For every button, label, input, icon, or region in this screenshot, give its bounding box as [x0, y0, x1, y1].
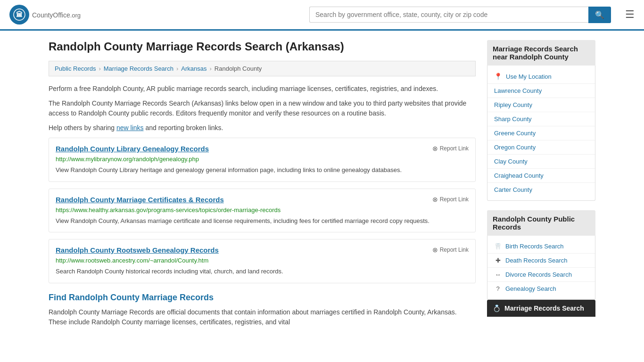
- menu-button[interactable]: ☰: [625, 8, 635, 21]
- nearby-county-6[interactable]: Craighead County: [487, 169, 595, 183]
- nearby-county-5[interactable]: Clay County: [487, 155, 595, 169]
- public-records-content: 🦷 Birth Records Search ✚ Death Records S…: [487, 236, 595, 300]
- nearby-header: Marriage Records Search near Randolph Co…: [487, 40, 595, 66]
- marriage-records-bottom-header[interactable]: 💍 Marriage Records Search: [487, 300, 595, 317]
- divorce-icon: ↔: [494, 271, 502, 278]
- nearby-county-link-2[interactable]: Sharp County: [494, 115, 532, 123]
- description-2: The Randolph County Marriage Records Sea…: [49, 99, 476, 118]
- record-header-1: Randolph County Marriage Certificates & …: [56, 196, 469, 204]
- use-my-location-item[interactable]: 📍 Use My Location: [487, 69, 595, 84]
- record-entry-0: Randolph County Library Genealogy Record…: [49, 138, 476, 182]
- nearby-county-link-7[interactable]: Carter County: [494, 186, 532, 193]
- svg-text:🏛: 🏛: [16, 10, 23, 18]
- public-record-label-0[interactable]: Birth Records Search: [505, 243, 564, 250]
- breadcrumb-marriage-records[interactable]: Marriage Records Search: [104, 65, 173, 72]
- nearby-county-7[interactable]: Carter County: [487, 183, 595, 197]
- breadcrumb-public-records[interactable]: Public Records: [55, 65, 96, 72]
- record-title-1[interactable]: Randolph County Marriage Certificates & …: [56, 196, 224, 204]
- record-entry-2: Randolph County Rootsweb Genealogy Recor…: [49, 239, 476, 283]
- record-desc-2: Search Randolph County historical record…: [56, 267, 469, 276]
- record-url-2[interactable]: http://www.rootsweb.ancestry.com/~arrand…: [56, 257, 469, 264]
- breadcrumb-current: Randolph County: [215, 65, 262, 72]
- nearby-county-4[interactable]: Oregon County: [487, 140, 595, 155]
- report-link-2[interactable]: ⊗ Report Link: [432, 246, 469, 254]
- report-label-0: Report Link: [440, 145, 469, 152]
- main-content: Randolph County Marriage Records Search …: [39, 31, 605, 341]
- logo-icon: 🏛: [9, 5, 29, 25]
- public-record-3[interactable]: ? Genealogy Search: [487, 282, 595, 296]
- record-title-2[interactable]: Randolph County Rootsweb Genealogy Recor…: [56, 246, 219, 254]
- birth-icon: 🦷: [494, 243, 502, 250]
- report-icon-0: ⊗: [432, 145, 438, 152]
- nearby-counties-box: Marriage Records Search near Randolph Co…: [487, 40, 595, 201]
- location-icon: 📍: [494, 73, 502, 80]
- public-record-2[interactable]: ↔ Divorce Records Search: [487, 268, 595, 282]
- search-area: 🔍: [309, 7, 611, 23]
- logo-suffix: .org: [70, 12, 81, 19]
- nearby-content: 📍 Use My Location Lawrence County Ripley…: [487, 66, 595, 201]
- nearby-county-0[interactable]: Lawrence County: [487, 84, 595, 98]
- search-icon: 🔍: [595, 11, 604, 19]
- public-records-header: Randolph County Public Records: [487, 210, 595, 236]
- report-link-1[interactable]: ⊗ Report Link: [432, 196, 469, 203]
- breadcrumb-sep-2: ›: [176, 65, 178, 72]
- nearby-county-link-5[interactable]: Clay County: [494, 158, 528, 165]
- record-url-1[interactable]: https://www.healthy.arkansas.gov/program…: [56, 206, 469, 214]
- search-input[interactable]: [309, 7, 588, 23]
- marriage-records-label: Marriage Records Search: [504, 304, 584, 312]
- death-icon: ✚: [494, 257, 502, 264]
- logo-text: CountyOffice.org: [32, 10, 81, 20]
- public-record-1[interactable]: ✚ Death Records Search: [487, 254, 595, 268]
- record-entry-1: Randolph County Marriage Certificates & …: [49, 189, 476, 233]
- description-3: Help others by sharing new links and rep…: [49, 123, 476, 133]
- record-desc-1: View Randolph County, Arkansas marriage …: [56, 216, 469, 226]
- breadcrumb: Public Records › Marriage Records Search…: [49, 61, 476, 76]
- nearby-county-link-3[interactable]: Greene County: [494, 130, 536, 137]
- use-my-location-link[interactable]: Use My Location: [506, 73, 552, 80]
- header: 🏛 CountyOffice.org 🔍 ☰: [0, 0, 644, 31]
- search-button[interactable]: 🔍: [588, 7, 611, 23]
- breadcrumb-sep-1: ›: [99, 65, 100, 72]
- record-title-0[interactable]: Randolph County Library Genealogy Record…: [56, 145, 209, 153]
- logo-name: CountyOffice: [32, 11, 70, 19]
- nearby-county-link-1[interactable]: Ripley County: [494, 101, 532, 108]
- public-record-label-1[interactable]: Death Records Search: [505, 257, 568, 264]
- public-record-0[interactable]: 🦷 Birth Records Search: [487, 239, 595, 254]
- public-record-label-3[interactable]: Genealogy Search: [505, 285, 556, 292]
- right-panel: Marriage Records Search near Randolph Co…: [487, 40, 595, 332]
- report-icon-2: ⊗: [432, 246, 438, 254]
- genealogy-icon: ?: [494, 285, 502, 292]
- nearby-county-3[interactable]: Greene County: [487, 126, 595, 140]
- hamburger-icon: ☰: [625, 8, 635, 20]
- breadcrumb-arkansas[interactable]: Arkansas: [181, 65, 206, 72]
- report-label-1: Report Link: [440, 196, 469, 203]
- description-1: Perform a free Randolph County, AR publi…: [49, 84, 476, 94]
- record-desc-0: View Randolph County Library heritage an…: [56, 165, 469, 175]
- nearby-county-2[interactable]: Sharp County: [487, 112, 595, 126]
- record-url-0[interactable]: http://www.mylibrarynow.org/randolph/gen…: [56, 156, 469, 163]
- nearby-county-link-0[interactable]: Lawrence County: [494, 87, 542, 94]
- report-icon-1: ⊗: [432, 196, 438, 203]
- report-label-2: Report Link: [440, 247, 469, 253]
- page-title: Randolph County Marriage Records Search …: [49, 40, 476, 53]
- breadcrumb-sep-3: ›: [209, 65, 211, 72]
- nearby-county-link-4[interactable]: Oregon County: [494, 144, 536, 151]
- public-records-box: Randolph County Public Records 🦷 Birth R…: [487, 210, 595, 317]
- records-list: Randolph County Library Genealogy Record…: [49, 138, 476, 283]
- nearby-county-link-6[interactable]: Craighead County: [494, 172, 544, 179]
- desc3-suffix: and reporting broken links.: [144, 124, 223, 132]
- desc3-prefix: Help others by sharing: [49, 124, 116, 132]
- left-panel: Randolph County Marriage Records Search …: [49, 40, 476, 332]
- find-section-title: Find Randolph County Marriage Records: [49, 293, 476, 303]
- record-header-2: Randolph County Rootsweb Genealogy Recor…: [56, 246, 469, 254]
- record-header-0: Randolph County Library Genealogy Record…: [56, 145, 469, 153]
- find-description: Randolph County Marriage Records are off…: [49, 307, 476, 327]
- nearby-county-1[interactable]: Ripley County: [487, 98, 595, 112]
- logo-link[interactable]: 🏛 CountyOffice.org: [9, 5, 81, 25]
- new-links-link[interactable]: new links: [116, 124, 144, 132]
- report-link-0[interactable]: ⊗ Report Link: [432, 145, 469, 152]
- public-record-label-2[interactable]: Divorce Records Search: [505, 271, 572, 278]
- marriage-icon: 💍: [493, 304, 501, 312]
